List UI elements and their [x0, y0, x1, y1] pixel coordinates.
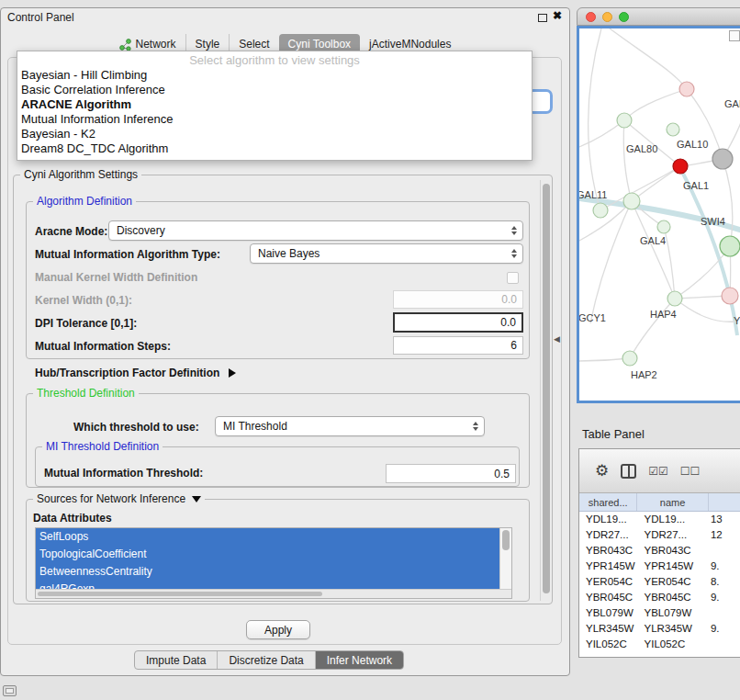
table-cell: YBL079W	[638, 605, 709, 621]
which-threshold-select[interactable]: MI Threshold	[215, 416, 485, 436]
network-node[interactable]	[623, 193, 640, 209]
float-window-icon[interactable]	[538, 14, 547, 22]
table-cell: 9.	[709, 621, 740, 637]
mi-steps-field[interactable]: 6	[393, 336, 523, 355]
table-cell: YER054C	[579, 574, 638, 590]
network-node[interactable]	[622, 351, 637, 366]
zoom-traffic-light-icon[interactable]	[619, 12, 629, 22]
table-cell: YPR145W	[579, 559, 638, 574]
dpi-tolerance-field[interactable]: 0.0	[393, 312, 523, 333]
network-node[interactable]	[679, 82, 694, 96]
tab-discretize-data[interactable]: Discretize Data	[217, 651, 314, 669]
mi-type-select[interactable]: Naive Bayes	[250, 243, 523, 264]
data-attribute-item[interactable]: SelfLoops	[36, 528, 501, 546]
table-cell: YIL052C	[579, 637, 638, 652]
mi-threshold-label: Mutual Information Threshold:	[44, 467, 203, 480]
network-window-titlebar[interactable]	[577, 7, 740, 26]
table-row[interactable]: YBL079WYBL079W	[579, 605, 740, 621]
dpi-tolerance-label: DPI Tolerance [0,1]:	[35, 317, 137, 330]
table-cell: YLR345W	[579, 621, 638, 637]
cyni-algorithm-settings-title: Cyni Algorithm Settings	[20, 168, 141, 181]
algorithm-option-list: Bayesian - Hill ClimbingBasic Correlatio…	[17, 68, 532, 156]
table-row[interactable]: YDL19...YDL19...13	[579, 512, 740, 527]
algorithm-dropdown-placeholder: Select algorithm to view settings	[17, 52, 532, 68]
algorithm-option[interactable]: Bayesian - K2	[17, 127, 532, 141]
network-node[interactable]	[673, 159, 688, 174]
table-cell: YBR045C	[579, 590, 638, 605]
network-node[interactable]	[657, 220, 670, 233]
table-row[interactable]: YPR145WYPR145W9.	[579, 559, 740, 574]
network-view-canvas[interactable]: GAL8GAL80GAL10GAL11GAL1SWI4GAL4GCY1HAP4H…	[577, 26, 740, 403]
tab-impute-data[interactable]: Impute Data	[135, 651, 217, 669]
table-row[interactable]: YER054CYER054C8.	[579, 574, 740, 590]
data-attribute-item[interactable]: TopologicalCoefficient	[36, 546, 501, 563]
manual-kernel-checkbox	[507, 272, 519, 284]
network-tab-icon	[119, 39, 131, 51]
hub-section-toggle[interactable]: Hub/Transcription Factor Definition	[35, 367, 236, 379]
panel-collapse-handle[interactable]: ◀	[554, 334, 560, 344]
collapsed-panel-icon[interactable]	[3, 685, 17, 696]
network-node[interactable]	[667, 123, 679, 136]
tab-infer-network[interactable]: Infer Network	[315, 651, 403, 669]
network-node[interactable]	[722, 288, 738, 304]
table-cell: 12	[709, 527, 740, 543]
attributes-list-hscrollbar-thumb[interactable]	[38, 592, 322, 596]
mi-steps-label: Mutual Information Steps:	[35, 340, 171, 353]
table-cell	[709, 637, 740, 652]
network-node[interactable]	[667, 291, 682, 306]
table-row[interactable]: YIL052CYIL052C	[579, 637, 740, 652]
table-cell: YPR145W	[638, 559, 709, 574]
sources-group-title[interactable]: Sources for Network Inference	[33, 492, 205, 505]
collapse-down-icon	[192, 496, 201, 502]
attributes-list-vertical-scrollbar[interactable]	[499, 528, 511, 591]
aracne-mode-select[interactable]: Discovery	[108, 220, 523, 241]
network-node[interactable]	[593, 203, 608, 218]
close-traffic-light-icon[interactable]	[586, 12, 596, 22]
settings-scrollbar[interactable]	[540, 180, 552, 601]
mi-type-label: Mutual Information Algorithm Type:	[35, 248, 220, 261]
node-label: GCY1	[579, 312, 606, 323]
table-cell: YBR043C	[638, 543, 709, 559]
table-row[interactable]: YBR043CYBR043C	[579, 543, 740, 559]
network-node[interactable]	[720, 236, 740, 256]
settings-scrollbar-thumb[interactable]	[543, 184, 550, 593]
algorithm-option[interactable]: Bayesian - Hill Climbing	[17, 68, 532, 83]
combo-arrows-icon	[511, 226, 517, 235]
table-cell: YER054C	[638, 574, 709, 590]
network-svg[interactable]: GAL8GAL80GAL10GAL11GAL1SWI4GAL4GCY1HAP4H…	[579, 28, 740, 401]
columns-icon[interactable]	[621, 464, 636, 479]
algorithm-option[interactable]: Dream8 DC_TDC Algorithm	[17, 141, 532, 156]
network-node[interactable]	[617, 113, 632, 128]
table-cell: YBR045C	[638, 590, 709, 605]
table-panel-title: Table Panel	[582, 427, 645, 441]
expand-right-icon	[229, 368, 236, 378]
tab-label: jActiveMNodules	[369, 38, 451, 51]
minimize-traffic-light-icon[interactable]	[602, 12, 612, 22]
mi-threshold-field[interactable]: 0.5	[386, 464, 516, 483]
deselect-all-columns-icon[interactable]: ☐☐	[680, 465, 701, 478]
table-row[interactable]: YDR27...YDR27...12	[579, 527, 740, 543]
gear-icon[interactable]: ⚙	[595, 463, 609, 479]
algorithm-option[interactable]: Basic Correlation Inference	[17, 83, 532, 97]
cyni-mode-tabs: Impute Data Discretize Data Infer Networ…	[134, 650, 404, 670]
attributes-list-horizontal-scrollbar[interactable]	[36, 589, 511, 598]
select-all-columns-icon[interactable]: ☑☑	[648, 465, 668, 478]
network-node[interactable]	[712, 149, 733, 169]
algorithm-dropdown-popup: Select algorithm to view settings Bayesi…	[17, 51, 533, 161]
column-header[interactable]: name	[637, 493, 708, 511]
table-cell: YDR27...	[638, 527, 709, 543]
table-row[interactable]: YBR045CYBR045C9.	[579, 590, 740, 605]
algorithm-option[interactable]: ARACNE Algorithm	[17, 97, 532, 112]
algorithm-option[interactable]: Mutual Information Inference	[17, 112, 532, 127]
column-header[interactable]: shared...	[579, 493, 637, 511]
apply-button[interactable]: Apply	[246, 620, 310, 639]
table-row[interactable]: YLR345WYLR345W9.	[579, 621, 740, 637]
attributes-list-scrollbar-thumb[interactable]	[502, 530, 510, 550]
data-attribute-item[interactable]: BetweennessCentrality	[36, 563, 501, 581]
node-label: SWI4	[701, 216, 725, 227]
table-cell: 13	[709, 512, 740, 527]
node-table-body: YDL19...YDL19...13YDR27...YDR27...12YBR0…	[579, 512, 740, 652]
column-header[interactable]	[709, 493, 740, 511]
close-icon[interactable]: ✖	[553, 9, 562, 22]
data-attributes-list-items: SelfLoopsTopologicalCoefficientBetweenne…	[36, 528, 511, 598]
